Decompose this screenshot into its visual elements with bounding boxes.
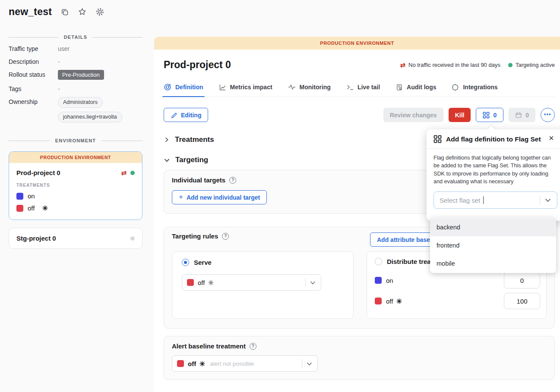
- tab-monitoring[interactable]: Monitoring: [288, 83, 331, 97]
- traffic-status: ⇄ No traffic received in the last 90 day…: [400, 62, 500, 68]
- alert-baseline-panel: Alert baseline treatment ? off alert not…: [164, 336, 555, 380]
- serve-radio[interactable]: [182, 259, 189, 266]
- individual-targets-title: Individual targets: [172, 176, 225, 184]
- add-flag-set-popover: Add flag definition to Flag Set × Flag d…: [427, 129, 560, 221]
- divider: [427, 148, 560, 149]
- page-title: Prod-project 0: [164, 59, 231, 71]
- distribute-row-on: on: [373, 272, 540, 289]
- targeting-active-dot: [508, 63, 513, 67]
- schedule-button[interactable]: 0: [509, 108, 535, 122]
- divider: [302, 359, 302, 368]
- production-environment-label: PRODUCTION ENVIRONMENT: [9, 152, 142, 163]
- environment-card-staging[interactable]: Stg-project 0: [9, 228, 142, 249]
- tab-integrations[interactable]: Integrations: [452, 83, 497, 97]
- treatment-on-swatch: [375, 277, 382, 284]
- percent-input-on[interactable]: [504, 272, 540, 289]
- text-cursor: [483, 196, 484, 204]
- description-value: -: [58, 58, 60, 66]
- close-icon[interactable]: ×: [549, 134, 554, 142]
- environment-name: Stg-project 0: [16, 235, 56, 242]
- treatments-heading: TREATMENTS: [16, 183, 135, 188]
- tags-value: -: [58, 85, 60, 93]
- treatment-on-swatch: [16, 193, 23, 200]
- detail-row-ownership: Ownership Administrators johannes.liegl+…: [9, 98, 142, 122]
- active-status-dot: [130, 171, 135, 175]
- targeting-status: Targeting active: [508, 62, 555, 68]
- more-actions-button[interactable]: •••: [541, 108, 555, 122]
- treatment-off-swatch: [16, 205, 23, 212]
- toolbar: Editing Review changes Kill 0: [164, 108, 555, 122]
- detail-row-description: Description -: [9, 58, 142, 66]
- tab-metrics-impact[interactable]: Metrics impact: [219, 83, 272, 97]
- treatment-off-swatch: [177, 360, 184, 367]
- environment-heading: ENVIRONMENT: [9, 138, 142, 143]
- environment-card-production[interactable]: PRODUCTION ENVIRONMENT Prod-project 0 ⇄ …: [9, 151, 142, 220]
- treatment-off-row: off: [16, 204, 135, 212]
- serve-treatment-select[interactable]: off: [182, 274, 321, 291]
- plus-icon: +: [179, 193, 183, 201]
- help-icon[interactable]: ?: [250, 343, 256, 350]
- flag-set-option-mobile[interactable]: mobile: [430, 254, 556, 273]
- detail-row-traffic-type: Traffic type user: [9, 45, 142, 53]
- star-icon[interactable]: [78, 7, 87, 16]
- popover-description: Flag definitions that logically belong t…: [433, 154, 558, 185]
- screen: new_test DETAILS Traffic type user Desc: [0, 0, 560, 392]
- alert-baseline-select[interactable]: off alert not possible: [172, 355, 318, 372]
- detail-row-tags: Tags -: [9, 85, 142, 93]
- tab-definition[interactable]: Definition: [164, 83, 203, 97]
- schedule-count: 0: [525, 112, 529, 119]
- flag-sets-button[interactable]: 0: [476, 108, 503, 122]
- default-treatment-asterisk-icon: [396, 298, 402, 304]
- divider: [9, 37, 59, 38]
- page-header: Prod-project 0 ⇄ No traffic received in …: [164, 59, 555, 71]
- rollout-status-badge: Pre-Production: [58, 70, 104, 80]
- divider: [101, 141, 142, 141]
- inactive-status-dot: [130, 236, 135, 241]
- default-treatment-asterisk-icon: [42, 205, 48, 211]
- select-placeholder: Select flag set: [440, 197, 480, 204]
- default-treatment-asterisk-icon: [199, 361, 205, 367]
- flag-set-select-input[interactable]: Select flag set: [433, 191, 557, 209]
- flag-set-grid-icon: [433, 135, 442, 143]
- add-individual-target-button[interactable]: + Add new individual target: [172, 190, 267, 204]
- ellipsis-icon: •••: [544, 111, 551, 117]
- divider: [540, 195, 540, 205]
- editing-button[interactable]: Editing: [164, 108, 208, 122]
- popover-title: Add flag definition to Flag Set: [446, 135, 541, 143]
- help-icon[interactable]: ?: [222, 233, 229, 240]
- production-environment-banner: PRODUCTION ENVIRONMENT: [154, 37, 560, 50]
- owner-pill[interactable]: johannes.liegl+travolta: [58, 112, 122, 122]
- no-traffic-icon: ⇄: [121, 169, 127, 176]
- flag-title: new_test: [9, 6, 52, 18]
- environment-name: Prod-project 0: [16, 169, 60, 176]
- kill-button[interactable]: Kill: [449, 108, 471, 122]
- flag-set-option-frontend[interactable]: frontend: [430, 236, 556, 254]
- divider: [92, 37, 142, 38]
- alert-baseline-title: Alert baseline treatment: [172, 342, 246, 350]
- chevron-down-icon: [164, 157, 170, 163]
- serve-label: Serve: [194, 259, 212, 266]
- owner-pill[interactable]: Administrators: [58, 97, 103, 108]
- flag-set-dropdown: backend frontend mobile: [430, 218, 556, 273]
- treatment-off-swatch: [187, 279, 194, 286]
- review-changes-button[interactable]: Review changes: [383, 108, 443, 122]
- copy-icon[interactable]: [60, 8, 69, 16]
- no-traffic-icon: ⇄: [400, 62, 405, 68]
- tab-live-tail[interactable]: Live tail: [346, 83, 380, 97]
- alert-hint: alert not possible: [210, 361, 254, 367]
- help-icon[interactable]: ?: [229, 177, 236, 184]
- tab-bar: Definition Metrics impact Monitoring Liv…: [164, 83, 555, 97]
- flag-set-option-backend[interactable]: backend: [430, 218, 556, 236]
- gear-icon[interactable]: [95, 7, 104, 16]
- ownership-pills: Administrators johannes.liegl+travolta: [58, 97, 122, 122]
- flag-sets-count: 0: [493, 112, 497, 119]
- percent-input-off[interactable]: [504, 293, 540, 309]
- tab-audit-logs[interactable]: Audit logs: [395, 83, 436, 97]
- treatment-on-row: on: [16, 192, 135, 200]
- serve-card: Serve off: [172, 251, 354, 319]
- distribute-radio[interactable]: [375, 258, 382, 265]
- targeting-rules-title: Targeting rules: [172, 232, 218, 240]
- divider: [305, 278, 306, 287]
- distribute-row-off: off: [373, 293, 540, 309]
- chevron-down-icon: [306, 361, 313, 367]
